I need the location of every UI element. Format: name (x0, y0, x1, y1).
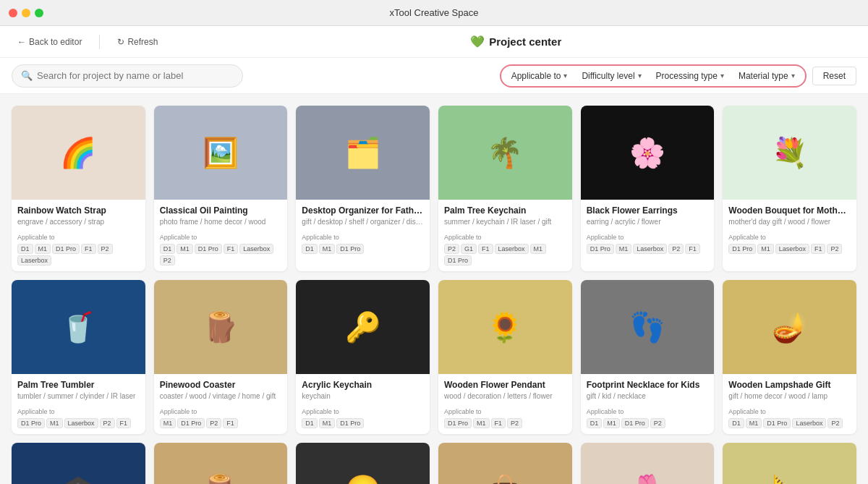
badge: F1 (223, 418, 238, 428)
badge-row: D1M1D1 ProLaserboxP2 (728, 418, 851, 428)
badge-row: D1M1D1 ProF1P2Laserbox (17, 244, 140, 266)
back-label: Back to editor (29, 37, 82, 47)
project-card[interactable]: 🪵 Wooden Coaster coaster / wood Applicab… (154, 443, 288, 484)
titlebar: xTool Creative Space (0, 0, 868, 26)
badge: Laserbox (775, 244, 809, 254)
badge: Laserbox (792, 418, 826, 428)
project-card[interactable]: 🌴 Palm Tree Keychain summer / keychain /… (438, 106, 572, 271)
badge: M1 (46, 418, 63, 428)
applicable-to-label: Applicable to (444, 234, 482, 241)
project-card[interactable]: 🌸 Black Flower Earrings earring / acryli… (581, 106, 715, 271)
reset-button[interactable]: Reset (812, 67, 856, 85)
badge: D1 Pro (444, 255, 472, 266)
project-card-body: Black Flower Earrings earring / acrylic … (581, 200, 715, 260)
refresh-label: Refresh (127, 37, 158, 47)
project-card-tags: wood / decoration / letters / flower (444, 392, 566, 400)
badge: M1 (176, 244, 193, 254)
search-input-wrap[interactable]: 🔍 (12, 64, 243, 88)
project-card-image: 🔑 (296, 280, 430, 374)
project-card-body: Desktop Organizer for Father's Da... gif… (296, 200, 430, 260)
minimize-button[interactable] (22, 9, 30, 17)
project-card-image: 🌈 (12, 106, 145, 200)
project-card[interactable]: 🪵 Pinewood Coaster coaster / wood / vint… (154, 280, 288, 434)
project-card-body: Rainbow Watch Strap engrave / accessory … (12, 200, 145, 271)
project-card[interactable]: 🎓 Graduation Gift gift / graduation Appl… (12, 443, 145, 484)
applicable-to-label: Applicable to (302, 234, 339, 241)
project-card[interactable]: 🥤 Palm Tree Tumbler tumbler / summer / c… (12, 280, 145, 434)
badge: F1 (811, 244, 826, 254)
project-card-title: Acrylic Keychain (302, 380, 424, 390)
badge: G1 (461, 244, 477, 254)
badge: Laserbox (17, 255, 51, 266)
toolbar: ← Back to editor ↻ Refresh 💚 Project cen… (0, 26, 868, 58)
refresh-icon: ↻ (117, 37, 124, 47)
applicable-to-label: Applicable to (587, 408, 624, 415)
project-card-tags: gift / kid / necklace (587, 392, 709, 400)
badge: M1 (603, 418, 620, 428)
project-card[interactable]: 🪔 Wooden Lampshade Gift gift / home deco… (723, 280, 856, 434)
search-input[interactable] (37, 70, 234, 81)
project-card[interactable]: 🌈 Rainbow Watch Strap engrave / accessor… (12, 106, 145, 271)
refresh-button[interactable]: ↻ Refresh (111, 34, 163, 50)
project-card[interactable]: 👜 Leather Card Holder leather / wallet A… (438, 443, 572, 484)
project-card-title: Rainbow Watch Strap (17, 205, 140, 216)
badge: D1 Pro (763, 418, 791, 428)
project-card-image: 🎓 (12, 443, 145, 484)
project-card-body: Palm Tree Keychain summer / keychain / I… (438, 200, 572, 271)
badge: F1 (81, 244, 96, 254)
project-grid: 🌈 Rainbow Watch Strap engrave / accessor… (12, 106, 856, 484)
project-card-tags: engrave / accessory / strap (17, 218, 140, 226)
project-card-image: 💐 (723, 106, 856, 200)
project-card-image: 🌷 (581, 443, 715, 484)
project-card-body: Footprint Necklace for Kids gift / kid /… (581, 374, 715, 434)
project-card-title: Palm Tree Tumbler (17, 380, 140, 390)
badge: Laserbox (64, 418, 98, 428)
badge: D1 Pro (52, 244, 80, 254)
project-card-tags: coaster / wood / vintage / home / gift (160, 392, 282, 400)
project-card[interactable]: 🌷 Floral Earrings earring / flower Appli… (581, 443, 715, 484)
project-card-image: 🗂️ (296, 106, 430, 200)
badge: M1 (530, 244, 547, 254)
project-card-title: Pinewood Coaster (160, 380, 282, 390)
badge: D1 Pro (336, 418, 364, 428)
project-card-tags: keychain (302, 392, 424, 400)
project-card-tags: earring / acrylic / flower (587, 218, 709, 226)
badge: M1 (746, 418, 762, 428)
badge: D1 Pro (195, 244, 222, 254)
project-card-title: Classical Oil Painting (160, 205, 282, 216)
applicable-to-filter[interactable]: Applicable to ▾ (506, 68, 574, 84)
traffic-lights (9, 9, 43, 17)
page-title: Project center (489, 35, 561, 48)
processing-type-filter[interactable]: Processing type ▾ (650, 68, 730, 84)
main-content: 🌈 Rainbow Watch Strap engrave / accessor… (0, 94, 868, 484)
badge: F1 (685, 244, 700, 254)
badge: M1 (319, 418, 336, 428)
badge: P2 (100, 418, 115, 428)
project-card[interactable]: 🗂️ Desktop Organizer for Father's Da... … (296, 106, 430, 271)
project-card-title: Black Flower Earrings (587, 205, 709, 216)
project-card-body: Acrylic Keychain keychain Applicable to … (296, 374, 430, 434)
project-card[interactable]: 🖼️ Classical Oil Painting photo frame / … (154, 106, 288, 271)
project-card-image: 👣 (581, 280, 715, 374)
project-card[interactable]: 🌻 Wooden Flower Pendant wood / decoratio… (438, 280, 572, 434)
project-card[interactable]: 👣 Footprint Necklace for Kids gift / kid… (581, 280, 715, 434)
difficulty-level-label: Difficulty level (582, 71, 634, 81)
badge: P2 (668, 244, 684, 254)
material-type-filter[interactable]: Material type ▾ (733, 68, 801, 84)
project-card[interactable]: 😄 Funny Sticker sticker / fun Applicable… (296, 443, 430, 484)
maximize-button[interactable] (35, 9, 43, 17)
back-to-editor-button[interactable]: ← Back to editor (12, 34, 88, 50)
badge: M1 (473, 418, 490, 428)
difficulty-level-filter[interactable]: Difficulty level ▾ (576, 68, 647, 84)
project-card[interactable]: 🔑 Acrylic Keychain keychain Applicable t… (296, 280, 430, 434)
filter-bar: 🔍 Applicable to ▾ Difficulty level ▾ Pro… (0, 58, 868, 94)
badge-row: D1M1D1 ProF1LaserboxP2 (160, 244, 282, 266)
badge: F1 (224, 244, 239, 254)
project-card-tags: mother'd day gift / wood / flower (728, 218, 851, 226)
project-card[interactable]: 💐 Wooden Bouquet for Mother's Day mother… (723, 106, 856, 271)
applicable-to-label: Applicable to (511, 71, 561, 81)
project-card-title: Wooden Flower Pendant (444, 380, 566, 390)
close-button[interactable] (9, 9, 17, 17)
project-card-body: Pinewood Coaster coaster / wood / vintag… (154, 374, 288, 434)
project-card[interactable]: 📐 Geometric Pendant pendant / geometric … (723, 443, 856, 484)
